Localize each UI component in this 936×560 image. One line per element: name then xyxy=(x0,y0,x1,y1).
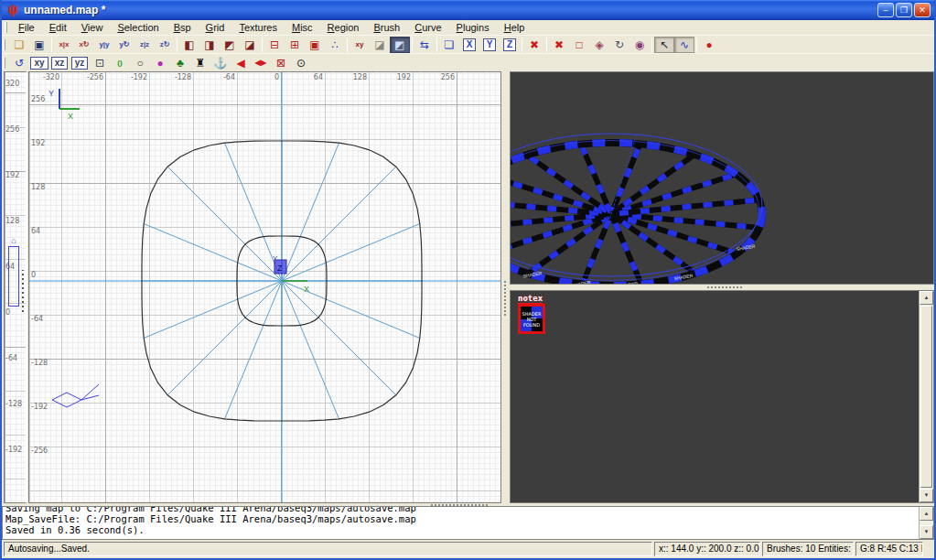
flip-x-button[interactable]: x|x xyxy=(54,37,74,53)
xy-top-ruler-label: -192 xyxy=(113,73,147,81)
titlebar[interactable]: ψ unnamed.map * – ❐ ✕ xyxy=(2,0,934,20)
free-rotation-mode-button[interactable]: ↺ xyxy=(9,55,29,71)
menu-grid[interactable]: Grid xyxy=(199,21,232,34)
shader-not-found-label: SHADER NOT FOUND xyxy=(521,307,543,331)
menu-region[interactable]: Region xyxy=(320,21,367,34)
xy-top-ruler-label: 256 xyxy=(421,73,455,81)
previous-leak-spot-button[interactable]: ◀ xyxy=(231,55,251,71)
close-button[interactable]: ✕ xyxy=(914,3,931,17)
camera-view-canvas[interactable]: SHADERSHADERSHADERSHADERSHADERSHADERSHAD… xyxy=(511,72,934,284)
menu-brush[interactable]: Brush xyxy=(366,21,407,34)
camera-position-glyph[interactable] xyxy=(52,384,99,407)
scroll-up-icon[interactable]: ▲ xyxy=(920,291,933,305)
menu-help[interactable]: Help xyxy=(497,21,533,34)
console-scrollbar[interactable]: ▲ ▼ xyxy=(919,507,933,539)
scrollbar-thumb[interactable] xyxy=(920,306,932,488)
xy-2d-view[interactable]: XYZ -320-256-192-128-6406412819225625619… xyxy=(28,71,501,503)
texture-browser-content[interactable]: notex SHADER NOT FOUND xyxy=(511,291,919,502)
dont-select-curves-icon: ✖ xyxy=(554,39,564,50)
rotate-z-button[interactable]: z↻ xyxy=(155,37,175,53)
func-train-button[interactable]: ♜ xyxy=(190,55,210,71)
texture-view-mode-button[interactable]: ◩ xyxy=(390,37,410,53)
selection-mode-button[interactable]: ↖ xyxy=(654,37,674,53)
menu-edit[interactable]: Edit xyxy=(42,21,74,34)
scroll-down-icon[interactable]: ▼ xyxy=(920,489,933,502)
view-xy-button[interactable]: xy xyxy=(29,55,49,71)
view-yz-button[interactable]: yz xyxy=(70,55,90,71)
console-splitter[interactable] xyxy=(2,503,934,506)
scroll-down-icon[interactable]: ▼ xyxy=(920,525,933,539)
vertex-drag-button[interactable]: ∴ xyxy=(325,37,345,53)
surface-dialog-button[interactable]: ❏ xyxy=(439,37,459,53)
curve-patch-button[interactable]: () xyxy=(110,55,130,71)
menu-selection[interactable]: Selection xyxy=(110,21,166,34)
model-button[interactable]: ♣ xyxy=(170,55,190,71)
toolbar2-grip[interactable] xyxy=(3,58,5,69)
menu-misc[interactable]: Misc xyxy=(285,21,320,34)
z-axis-button[interactable]: Z xyxy=(500,37,520,53)
minimize-button[interactable]: – xyxy=(877,3,894,17)
view-xz-button[interactable]: xz xyxy=(49,55,70,71)
texture-placement-button[interactable]: ◈ xyxy=(589,37,609,53)
free-rotation-object-button[interactable]: ↻ xyxy=(609,37,629,53)
vertical-splitter[interactable] xyxy=(501,71,510,503)
restore-button[interactable]: ❐ xyxy=(896,3,912,17)
anchor-button[interactable]: ⚓ xyxy=(210,55,231,71)
anchor-icon: ⚓ xyxy=(214,58,228,69)
z-selection-marker[interactable] xyxy=(8,246,19,307)
cubic-clip-button[interactable]: □ xyxy=(569,37,589,53)
texture-browser[interactable]: notex SHADER NOT FOUND ▲ ▼ xyxy=(510,290,934,503)
hollow-button[interactable]: ▣ xyxy=(305,37,325,53)
menu-bsp[interactable]: Bsp xyxy=(167,21,199,34)
dont-show-clip-button[interactable]: ⊠ xyxy=(271,55,291,71)
hollow-icon: ▣ xyxy=(309,39,319,50)
menu-curve[interactable]: Curve xyxy=(407,21,448,34)
toolbar1-grip[interactable] xyxy=(3,39,5,50)
menu-plugins[interactable]: Plugins xyxy=(449,21,497,34)
cone-button[interactable]: ○ xyxy=(130,55,150,71)
menubar-grip[interactable] xyxy=(5,22,7,33)
swap-views-button[interactable]: ⇆ xyxy=(414,37,435,53)
menu-view[interactable]: View xyxy=(74,21,111,34)
texture-scrollbar[interactable]: ▲ ▼ xyxy=(919,291,933,502)
x-axis-button[interactable]: X xyxy=(459,37,479,53)
z-axis-window[interactable]: 320256192128640-64-128-192⌂ xyxy=(4,71,27,503)
sphere-button[interactable]: ● xyxy=(150,55,170,71)
save-button[interactable]: ▣ xyxy=(29,37,49,53)
dont-select-curves-button[interactable]: ✖ xyxy=(549,37,569,53)
dont-select-models-button[interactable]: ✖ xyxy=(524,37,544,53)
patch-spoke-line xyxy=(144,224,282,281)
console[interactable]: Saving map to C:/Program Files/Quake III… xyxy=(2,506,934,540)
csg-merge-button[interactable]: ⊞ xyxy=(285,37,305,53)
free-scale-button[interactable]: ◉ xyxy=(629,37,650,53)
open-file-icon: ❏ xyxy=(15,39,25,50)
show-entity-names-button[interactable]: ● xyxy=(699,37,719,53)
bend-mode-button[interactable]: ◪ xyxy=(370,37,390,53)
select-inside-button[interactable]: ◩ xyxy=(220,37,240,53)
entity-list-button[interactable]: ⊡ xyxy=(90,55,110,71)
toolbar-separator xyxy=(347,38,348,52)
camera-3d-view[interactable]: SHADERSHADERSHADERSHADERSHADERSHADERSHAD… xyxy=(510,71,934,285)
patch-spoke-line xyxy=(282,281,339,419)
status-counts: Brushes: 10 Entities: 0 xyxy=(762,542,854,556)
camera-preview-button[interactable]: ⊙ xyxy=(291,55,311,71)
edit-curves-button[interactable]: ∿ xyxy=(674,37,694,53)
scroll-up-icon[interactable]: ▲ xyxy=(920,507,933,521)
flip-y-button[interactable]: y|y xyxy=(94,37,114,53)
select-touching-button[interactable]: ◧ xyxy=(179,37,199,53)
menu-file[interactable]: File xyxy=(11,21,42,34)
xy-view-canvas[interactable]: XYZ xyxy=(29,72,500,502)
y-axis-button[interactable]: Y xyxy=(479,37,500,53)
rotate-y-button[interactable]: y↻ xyxy=(114,37,134,53)
open-file-button[interactable]: ❏ xyxy=(9,37,29,53)
next-leak-spot-button[interactable]: ◀▶ xyxy=(251,55,271,71)
rotate-x-button[interactable]: x↻ xyxy=(74,37,94,53)
flip-view-button[interactable]: xy xyxy=(350,37,370,53)
console-output[interactable]: Saving map to C:/Program Files/Quake III… xyxy=(3,507,919,539)
notex-texture-tile[interactable]: SHADER NOT FOUND xyxy=(518,304,545,334)
select-complete-tall-button[interactable]: ◨ xyxy=(199,37,220,53)
csg-subtract-button[interactable]: ⊟ xyxy=(264,37,285,53)
flip-z-button[interactable]: z|z xyxy=(134,37,155,53)
select-partial-tall-button[interactable]: ◪ xyxy=(240,37,260,53)
menu-textures[interactable]: Textures xyxy=(231,21,285,34)
